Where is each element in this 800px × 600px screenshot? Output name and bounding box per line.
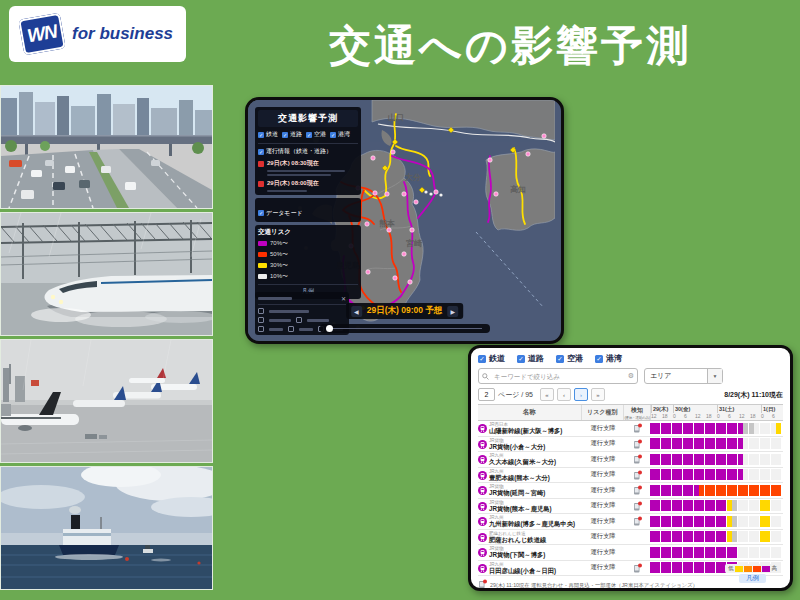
map-info-header[interactable]: ✓ 運行情報（鉄道・道路） — [258, 143, 358, 156]
prev-page-button[interactable]: ‹ — [557, 388, 571, 401]
timeline-slot — [754, 531, 759, 542]
footnote-text: 29(木) 11:10現在 運転見合わせ・再開見込・一部運休（JR東日本アイステ… — [490, 582, 698, 589]
hour-header: 0 — [717, 413, 728, 420]
map-layer-toggle-道路[interactable]: ✓道路 — [282, 130, 302, 139]
next-time-button[interactable]: ▶ — [447, 306, 458, 317]
row-name-text: 肥薩おれんじ鉄道肥薩おれんじ鉄道線 — [489, 531, 546, 543]
option-row[interactable] — [258, 308, 346, 314]
close-icon[interactable]: ✕ — [341, 295, 346, 302]
checkbox-icon[interactable] — [258, 317, 264, 323]
timeline-slot — [688, 454, 693, 465]
timeline-slot — [738, 454, 743, 465]
map-layer-toggle-空港[interactable]: ✓空港 — [306, 130, 326, 139]
checkbox-icon[interactable]: ✓ — [306, 132, 312, 138]
data-mode-panel[interactable]: ✓ データモード — [255, 198, 361, 222]
last-page-button[interactable]: » — [591, 388, 605, 401]
checkbox-icon[interactable]: ✓ — [258, 210, 264, 216]
timeline-slot — [677, 485, 682, 496]
timeline-slot — [694, 531, 699, 542]
map-layer-toggle-港湾[interactable]: ✓港湾 — [330, 130, 350, 139]
photo-shinkansen — [0, 212, 213, 336]
slider-knob[interactable] — [326, 325, 333, 332]
timeline-slot — [771, 547, 776, 558]
checkbox-icon[interactable]: ✓ — [556, 355, 564, 363]
option-row[interactable] — [258, 317, 346, 323]
timeline-slot — [732, 547, 737, 558]
data-mode-toggle[interactable]: ✓ データモード — [258, 209, 303, 218]
timeline-slot — [694, 516, 699, 527]
photo-highway — [0, 85, 213, 209]
next-page-button[interactable]: › — [574, 388, 588, 401]
checkbox-icon[interactable]: ✓ — [517, 355, 525, 363]
checkbox-icon[interactable]: ✓ — [258, 149, 264, 155]
row-risk-type: 運行支障 — [582, 439, 624, 448]
timeline-header: 29(木)30(金)31(土)1(日) 121806121806121806 — [651, 405, 783, 420]
filter-toggle-港湾[interactable]: ✓港湾 — [595, 353, 622, 364]
filter-toggle-鉄道[interactable]: ✓鉄道 — [478, 353, 505, 364]
first-page-button[interactable]: « — [540, 388, 554, 401]
legend-link[interactable]: 凡例 — [739, 574, 766, 583]
timeline-slot — [765, 516, 770, 527]
timeline-slot — [683, 516, 688, 527]
checkbox-icon[interactable]: ✓ — [595, 355, 603, 363]
checkbox-icon[interactable]: ✓ — [330, 132, 336, 138]
legend-color-swatch — [744, 566, 752, 572]
timeline-slot — [716, 438, 721, 449]
risk-legend-panel: 交通リスク 70%〜50%〜30%〜10%〜 凡例 — [255, 225, 361, 299]
filter-toggle-道路[interactable]: ✓道路 — [517, 353, 544, 364]
area-select[interactable]: エリア ▼ — [644, 368, 723, 384]
timeline-slot — [666, 485, 671, 496]
photo-ship — [0, 466, 213, 590]
filter-toggle-空港[interactable]: ✓空港 — [556, 353, 583, 364]
timeline-slot — [754, 454, 759, 465]
checkbox-icon[interactable] — [258, 326, 264, 332]
page-number-input[interactable]: 2 — [478, 388, 495, 401]
timeline-slot — [661, 562, 666, 573]
timeline-slot — [705, 562, 710, 573]
checkbox-icon[interactable]: ✓ — [258, 132, 264, 138]
timeline-slot — [666, 547, 671, 558]
search-input[interactable] — [492, 372, 625, 381]
hour-header: 12 — [651, 413, 662, 420]
hour-header: 12 — [695, 413, 706, 420]
timeline-slot — [727, 485, 732, 496]
row-name-cell: JR九州日田彦山線(小倉～日田) — [478, 559, 582, 577]
timeline-slot — [765, 547, 770, 558]
prev-time-button[interactable]: ◀ — [351, 306, 362, 317]
timeline-slot — [760, 531, 765, 542]
timeline-slot — [677, 438, 682, 449]
risk-level-label: 70%〜 — [270, 239, 288, 248]
checkbox-icon[interactable] — [296, 317, 302, 323]
timeline-slot — [672, 454, 677, 465]
timeline-slot — [738, 469, 743, 480]
timeline-slot — [721, 500, 726, 511]
chevron-down-icon[interactable]: ▼ — [707, 369, 722, 383]
timeline-slot — [661, 454, 666, 465]
row-risk-type: 運行支障 — [582, 563, 624, 572]
checkbox-icon[interactable] — [288, 326, 294, 332]
dashboard-filters: ✓鉄道✓道路✓空港✓港湾 — [478, 353, 783, 364]
gear-icon[interactable]: ⚙ — [628, 372, 634, 380]
timeline-slot — [749, 469, 754, 480]
timeline-slot — [721, 516, 726, 527]
timeline-slot — [650, 547, 655, 558]
detect-icon[interactable] — [633, 512, 642, 530]
checkbox-icon[interactable] — [258, 308, 264, 314]
row-name-text: JR九州日田彦山線(小倉～日田) — [489, 562, 556, 574]
time-slider[interactable] — [320, 324, 490, 333]
area-select-value: エリア — [650, 371, 672, 381]
map-control-column: 交通影響予測 ✓鉄道✓道路✓空港✓港湾 ✓ 運行情報（鉄道・道路） 29日(木)… — [255, 107, 361, 299]
timeline-slot — [771, 423, 776, 434]
timeline-slot — [672, 562, 677, 573]
checkbox-icon[interactable]: ✓ — [478, 355, 486, 363]
timeline-slot — [721, 485, 726, 496]
timeline-slot — [727, 500, 732, 511]
photo-strip — [0, 85, 213, 593]
option-label-bar — [269, 310, 309, 313]
info-detail-line — [267, 190, 307, 192]
map-layer-toggle-鉄道[interactable]: ✓鉄道 — [258, 130, 278, 139]
keyword-search[interactable]: ⚙ — [478, 368, 638, 384]
checkbox-icon[interactable]: ✓ — [282, 132, 288, 138]
detect-icon[interactable] — [633, 559, 642, 577]
legend-color-swatch — [762, 566, 770, 572]
